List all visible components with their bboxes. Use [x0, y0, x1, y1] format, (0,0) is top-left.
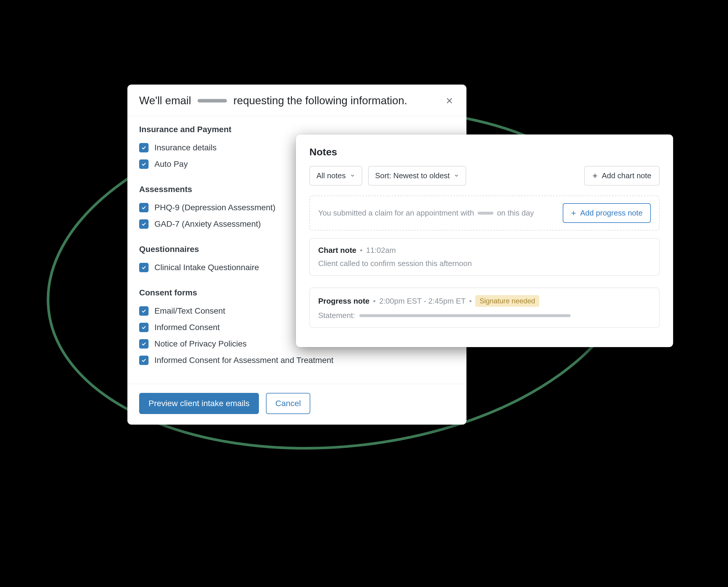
checkbox-checked-icon	[139, 339, 148, 349]
claim-msg-suffix: on this day	[497, 209, 534, 218]
statement-label: Statement:	[318, 311, 355, 320]
claim-info-box: You submitted a claim for an appointment…	[309, 195, 660, 231]
redacted-text	[359, 314, 571, 317]
redacted-name	[478, 212, 493, 215]
note-type: Progress note	[318, 297, 370, 306]
checkbox-checked-icon	[139, 356, 148, 365]
cancel-button[interactable]: Cancel	[266, 393, 310, 414]
checkbox-label: PHQ-9 (Depression Assessment)	[154, 203, 275, 212]
notes-panel: Notes All notes Sort: Newest to oldest +…	[296, 135, 673, 347]
checkbox-label: GAD-7 (Anxiety Assessment)	[154, 219, 261, 229]
intake-header: We'll email requesting the following inf…	[127, 85, 466, 116]
note-card-header: Chart note • 11:02am	[318, 246, 651, 255]
add-progress-note-button[interactable]: + Add progress note	[563, 203, 651, 223]
checkbox-label: Notice of Privacy Policies	[154, 339, 247, 349]
checkbox-label: Auto Pay	[154, 160, 188, 169]
checkbox-checked-icon	[139, 219, 148, 229]
intake-header-prefix: We'll email	[139, 95, 191, 107]
separator-dot: •	[373, 297, 376, 306]
note-time: 2:00pm EST - 2:45pm ET	[379, 297, 466, 306]
checkbox-label: Email/Text Consent	[154, 306, 225, 316]
notes-filter-dropdown[interactable]: All notes	[309, 166, 362, 186]
claim-message: You submitted a claim for an appointment…	[318, 209, 559, 218]
chevron-down-icon	[350, 171, 355, 180]
notes-sort-dropdown[interactable]: Sort: Newest to oldest	[368, 166, 466, 186]
intake-header-suffix: requesting the following information.	[233, 95, 407, 107]
separator-dot: •	[360, 246, 363, 255]
note-card-header: Progress note • 2:00pm EST - 2:45pm ET •…	[318, 295, 651, 307]
intake-footer: Preview client intake emails Cancel	[127, 384, 466, 425]
dropdown-label: Sort: Newest to oldest	[375, 171, 450, 180]
note-time: 11:02am	[366, 246, 396, 255]
checkbox-checked-icon	[139, 263, 148, 272]
add-chart-note-button[interactable]: + Add chart note	[584, 166, 660, 186]
notes-title: Notes	[309, 146, 660, 158]
checkbox-checked-icon	[139, 306, 148, 316]
note-card-chart[interactable]: Chart note • 11:02am Client called to co…	[309, 238, 660, 276]
claim-msg-prefix: You submitted a claim for an appointment…	[318, 209, 474, 218]
checkbox-label: Insurance details	[154, 143, 217, 152]
redacted-name	[198, 99, 227, 102]
preview-intake-button[interactable]: Preview client intake emails	[139, 393, 259, 414]
signature-needed-badge: Signature needed	[475, 295, 539, 307]
plus-icon: +	[592, 171, 598, 180]
checkbox-label: Clinical Intake Questionnaire	[154, 263, 259, 272]
note-card-progress[interactable]: Progress note • 2:00pm EST - 2:45pm ET •…	[309, 287, 660, 328]
checkbox-label: Informed Consent for Assessment and Trea…	[154, 356, 334, 365]
checkbox-row[interactable]: Informed Consent for Assessment and Trea…	[139, 352, 455, 369]
button-label: Add progress note	[580, 209, 642, 218]
note-type: Chart note	[318, 246, 356, 255]
chevron-down-icon	[454, 171, 459, 180]
checkbox-checked-icon	[139, 323, 148, 332]
checkbox-label: Informed Consent	[154, 323, 220, 332]
checkbox-checked-icon	[139, 160, 148, 169]
note-body: Statement:	[318, 311, 651, 320]
button-label: Add chart note	[602, 171, 651, 180]
notes-toolbar: All notes Sort: Newest to oldest + Add c…	[309, 166, 660, 186]
separator-dot: •	[469, 297, 472, 306]
plus-icon: +	[571, 209, 576, 218]
dropdown-label: All notes	[316, 171, 346, 180]
close-icon[interactable]	[444, 95, 455, 106]
note-body: Client called to confirm session this af…	[318, 259, 651, 268]
checkbox-checked-icon	[139, 203, 148, 212]
section-title: Insurance and Payment	[139, 125, 455, 134]
checkbox-checked-icon	[139, 143, 148, 152]
